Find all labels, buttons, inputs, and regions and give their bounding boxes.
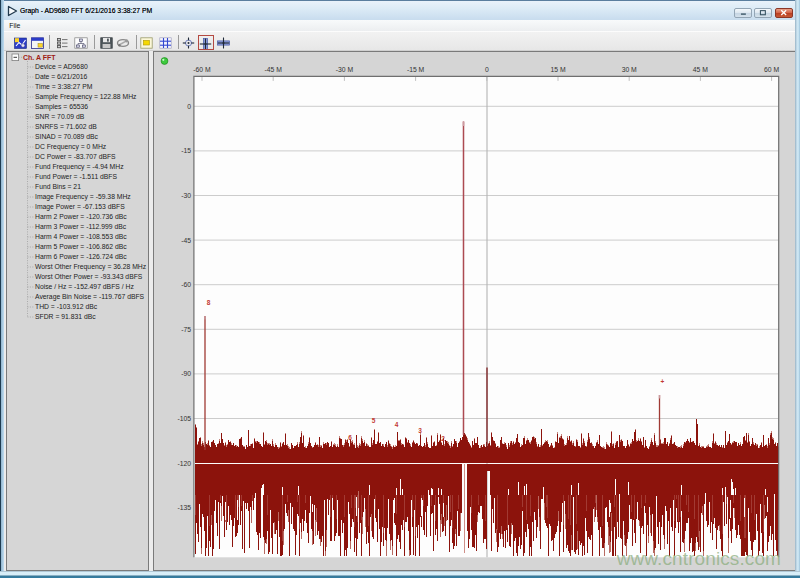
svg-text:4: 4 <box>394 421 398 428</box>
svg-text:Sample Frequency = 122.88 MHz: Sample Frequency = 122.88 MHz <box>35 93 137 101</box>
svg-text:-30 M: -30 M <box>335 66 353 73</box>
svg-text:Noise / Hz = -152.497 dBFS / H: Noise / Hz = -152.497 dBFS / Hz <box>35 283 134 290</box>
svg-text:15 M: 15 M <box>550 66 565 73</box>
svg-text:45 M: 45 M <box>692 66 707 73</box>
svg-text:8: 8 <box>206 299 210 306</box>
svg-text:-15: -15 <box>181 147 191 154</box>
svg-text:Harm 6 Power = -126.724 dBc: Harm 6 Power = -126.724 dBc <box>35 253 127 260</box>
svg-text:Fund Bins = 21: Fund Bins = 21 <box>35 183 81 190</box>
svg-text:-120: -120 <box>177 460 191 467</box>
svg-text:-75: -75 <box>181 326 191 333</box>
svg-text:SINAD = 70.089 dBc: SINAD = 70.089 dBc <box>35 133 99 140</box>
svg-text:Worst Other Power = -93.343 dB: Worst Other Power = -93.343 dBFS <box>35 273 143 280</box>
svg-text:3: 3 <box>418 427 422 434</box>
svg-text:-45 M: -45 M <box>264 66 282 73</box>
svg-text:6: 6 <box>348 434 352 441</box>
svg-text:Worst Other Frequency = 36.28: Worst Other Frequency = 36.28 MHz <box>35 263 147 271</box>
svg-text:2: 2 <box>441 435 445 442</box>
svg-text:DC Frequency = 0 MHz: DC Frequency = 0 MHz <box>35 143 107 151</box>
svg-text:0: 0 <box>484 66 488 73</box>
svg-text:-135: -135 <box>177 504 191 511</box>
svg-text:+: + <box>660 378 664 385</box>
svg-text:-30: -30 <box>181 192 191 199</box>
svg-text:Time = 3:38:27 PM: Time = 3:38:27 PM <box>35 83 93 90</box>
svg-text:60 M: 60 M <box>764 66 779 73</box>
svg-text:Harm 4 Power = -108.553 dBc: Harm 4 Power = -108.553 dBc <box>35 233 127 240</box>
svg-text:Image Power = -67.153 dBFS: Image Power = -67.153 dBFS <box>35 203 125 211</box>
svg-text:-105: -105 <box>177 415 191 422</box>
svg-text:30 M: 30 M <box>621 66 636 73</box>
svg-text:Fund Power = -1.511 dBFS: Fund Power = -1.511 dBFS <box>35 173 118 180</box>
svg-text:Harm 5 Power = -106.862 dBc: Harm 5 Power = -106.862 dBc <box>35 243 127 250</box>
svg-text:-15 M: -15 M <box>406 66 424 73</box>
svg-text:5: 5 <box>371 417 375 424</box>
svg-text:-60 M: -60 M <box>193 66 211 73</box>
svg-text:Ch. A FFT: Ch. A FFT <box>23 54 56 61</box>
svg-text:Image Frequency = -59.38 MHz: Image Frequency = -59.38 MHz <box>35 193 131 201</box>
svg-text:Fund Frequency = -4.94 MHz: Fund Frequency = -4.94 MHz <box>35 163 124 171</box>
svg-text:Harm 2 Power = -120.736 dBc: Harm 2 Power = -120.736 dBc <box>35 213 127 220</box>
svg-text:Samples = 65536: Samples = 65536 <box>35 103 88 111</box>
svg-text:0: 0 <box>187 103 191 110</box>
svg-text:-60: -60 <box>181 281 191 288</box>
svg-text:SFDR = 91.831 dBc: SFDR = 91.831 dBc <box>35 313 96 320</box>
svg-text:-90: -90 <box>181 370 191 377</box>
svg-text:SNRFS = 71.602 dB: SNRFS = 71.602 dB <box>35 123 97 130</box>
svg-text:Harm 3 Power = -112.999 dBc: Harm 3 Power = -112.999 dBc <box>35 223 127 230</box>
svg-text:Device = AD9680: Device = AD9680 <box>35 63 88 70</box>
svg-text:SNR = 70.09 dB: SNR = 70.09 dB <box>35 113 85 120</box>
svg-text:Average Bin Noise = -119.767 d: Average Bin Noise = -119.767 dBFS <box>35 293 145 301</box>
svg-text:Date = 6/21/2016: Date = 6/21/2016 <box>35 73 88 80</box>
svg-text:THD = -103.912 dBc: THD = -103.912 dBc <box>35 303 98 310</box>
svg-text:-45: -45 <box>181 237 191 244</box>
svg-text:DC Power = -83.707 dBFS: DC Power = -83.707 dBFS <box>35 153 116 160</box>
